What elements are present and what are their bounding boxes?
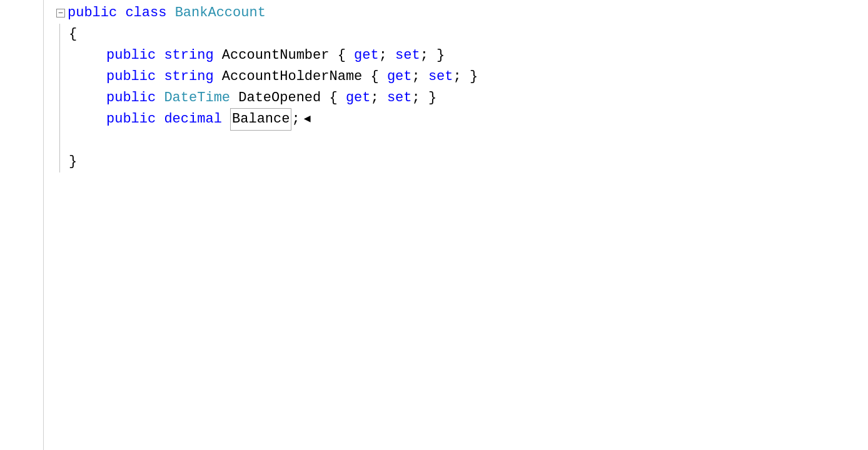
code-line-empty: [56, 130, 868, 151]
type-datetime: DateTime: [164, 88, 238, 109]
kw-public-3: public: [106, 88, 164, 109]
code-line-class: −public class BankAccount: [56, 2, 868, 24]
editor: −public class BankAccount { public strin…: [0, 0, 868, 450]
kw-string-2: string: [164, 66, 221, 88]
brace-close-1: ; }: [420, 45, 445, 66]
code-line-account-holder: public string AccountHolderName { get; s…: [106, 66, 868, 88]
prop-balance-highlighted: Balance: [230, 108, 291, 131]
kw-set-1: set: [395, 45, 420, 66]
block-wrapper: { public string AccountNumber { get; set…: [56, 24, 868, 172]
code-line-date-opened: public DateTime DateOpened { get; set; }: [106, 88, 868, 109]
code-line-open-brace: {: [69, 24, 868, 45]
close-brace: }: [69, 151, 77, 172]
kw-get-2: get: [387, 66, 412, 88]
kw-public-2: public: [106, 66, 164, 88]
brace-open-1: {: [338, 45, 354, 66]
prop-account-holder: AccountHolderName: [222, 66, 371, 88]
kw-set-3: set: [387, 88, 412, 109]
semi-2: ;: [412, 66, 428, 88]
kw-set-2: set: [428, 66, 453, 88]
kw-public-4: public: [106, 109, 164, 130]
prop-account-number: AccountNumber: [222, 45, 338, 66]
brace-open-2: {: [370, 66, 386, 88]
gutter: [0, 0, 44, 450]
semi-1: ;: [379, 45, 395, 66]
code-line-account-number: public string AccountNumber { get; set; …: [106, 45, 868, 66]
cursor-arrow: ◀: [304, 111, 311, 128]
kw-public-1: public: [106, 45, 164, 66]
kw-decimal: decimal: [164, 109, 230, 130]
code-area[interactable]: −public class BankAccount { public strin…: [44, 0, 868, 450]
kw-string-1: string: [164, 45, 221, 66]
open-brace: {: [69, 24, 77, 45]
brace-close-2: ; }: [453, 66, 478, 88]
kw-class: class: [125, 2, 174, 24]
semi-3: ;: [371, 88, 387, 109]
semi-balance: ;: [291, 109, 300, 130]
prop-date-opened: DateOpened: [238, 88, 329, 109]
prop-balance: Balance: [232, 111, 290, 127]
collapse-icon[interactable]: −: [56, 9, 65, 18]
brace-close-3: ; }: [412, 88, 437, 109]
kw-get-1: get: [354, 45, 379, 66]
kw-get-3: get: [346, 88, 371, 109]
code-line-balance: public decimal Balance;◀: [106, 109, 868, 130]
kw-public: public: [68, 2, 125, 24]
brace-open-3: {: [329, 88, 345, 109]
class-name: BankAccount: [175, 2, 266, 24]
code-line-close-brace: }: [69, 151, 868, 172]
